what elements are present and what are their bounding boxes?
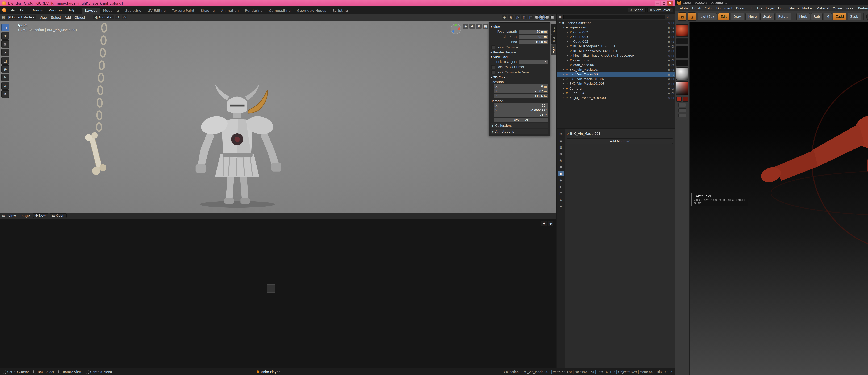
outliner-row[interactable]: ▸ ▽ BKC_Vin_Macie.01.002 ◉ ▢ — [557, 77, 675, 82]
outliner-row[interactable]: ▸ ▽ BKC_Vin_Macie.01.003 ◉ ▢ — [557, 82, 675, 86]
expand-caret-icon[interactable]: ▸ — [566, 54, 569, 57]
tool-button[interactable]: ✎ — [1, 73, 9, 81]
current-brush-thumbnail[interactable] — [676, 24, 688, 37]
property-value-field[interactable]: 50 mm — [519, 30, 548, 34]
menu-item[interactable]: Select — [49, 15, 63, 20]
workspace-tab[interactable]: Animation — [218, 8, 242, 14]
menu-item[interactable]: Add — [63, 15, 73, 20]
disable-render-icon[interactable]: ▢ — [672, 82, 674, 86]
hide-viewport-icon[interactable]: ◉ — [668, 82, 670, 86]
expand-caret-icon[interactable]: ▸ — [562, 96, 565, 99]
shelf-slider[interactable]: Z Intensity 25 — [866, 13, 868, 21]
toggle-button[interactable]: Zadd — [833, 13, 846, 21]
disable-render-icon[interactable]: ▢ — [672, 64, 674, 67]
lock-camera-checkbox[interactable] — [491, 70, 495, 74]
hide-viewport-icon[interactable]: ◉ — [668, 59, 670, 62]
disable-render-icon[interactable]: ▢ — [672, 92, 674, 95]
disable-render-icon[interactable]: ▢ — [672, 87, 674, 90]
property-value-field[interactable]: 1000 m — [519, 40, 548, 44]
scene-selector[interactable]: ◍ Scene — [627, 8, 646, 12]
add-modifier-button[interactable]: Add Modifier — [567, 138, 673, 144]
outliner-row[interactable]: ▸ ◉ Camera ◉ ▢ — [557, 86, 675, 91]
annotations-section-header[interactable]: ▸ Annotations — [491, 129, 548, 134]
toggle-button[interactable]: Mrgb — [797, 13, 810, 21]
outliner-row[interactable]: ▸ ▽ Cube.002 ◉ ▢ — [557, 30, 675, 35]
shelf-icon[interactable]: ◪ — [688, 12, 696, 21]
properties-tab-icon[interactable]: ◈ — [558, 197, 564, 203]
shelf-button[interactable]: Move — [745, 13, 759, 21]
nav-icon[interactable]: ▦ — [483, 24, 488, 29]
material-shading-icon[interactable] — [545, 15, 549, 20]
hide-viewport-icon[interactable]: ◉ — [668, 50, 670, 53]
menu-item[interactable]: Window — [46, 8, 65, 12]
hide-viewport-icon[interactable]: ◉ — [668, 87, 670, 90]
switch-color-button[interactable] — [678, 103, 686, 107]
toggle-button[interactable]: M — [824, 13, 832, 21]
viewport-canvas[interactable]: fps 24 (1/79) Collection | BKC_Vin_Macie… — [0, 21, 556, 213]
properties-tab-icon[interactable]: ✦ — [558, 204, 564, 209]
shelf-button[interactable]: Rotate — [775, 13, 791, 21]
menu-item[interactable]: Edit — [18, 8, 29, 12]
expand-caret-icon[interactable]: ▸ — [566, 59, 569, 62]
outliner-row[interactable]: ▸ ▽ Cube.005 ◉ ▢ — [557, 39, 675, 44]
menu-item[interactable]: Picker — [844, 6, 857, 10]
color-picker[interactable] — [676, 81, 688, 95]
menu-item[interactable]: File — [755, 6, 764, 10]
toggle-button[interactable]: Zsub — [848, 13, 861, 21]
local-camera-checkbox[interactable] — [491, 45, 495, 49]
corner-icon[interactable]: ✚ — [541, 221, 547, 226]
image-editor-canvas[interactable]: ✚⊕ — [0, 219, 556, 368]
menu-item[interactable]: Material — [815, 6, 831, 10]
outliner-row[interactable]: ▸ ▽ Mesh_Skull_base_chest_skull_base.geo… — [557, 53, 675, 58]
menu-item[interactable]: Color — [703, 6, 715, 10]
disable-render-icon[interactable]: ▢ — [672, 96, 674, 99]
workspace-tab[interactable]: Compositing — [266, 8, 294, 14]
properties-tab-icon[interactable]: □ — [558, 191, 564, 196]
expand-caret-icon[interactable]: ▾ — [562, 26, 565, 29]
menu-item[interactable]: View — [38, 15, 49, 20]
workspace-tab[interactable]: Sculpting — [122, 8, 145, 14]
shelf-button[interactable]: Draw — [731, 13, 744, 21]
expand-caret-icon[interactable]: ▸ — [566, 40, 569, 43]
expand-caret-icon[interactable]: ▸ — [566, 36, 569, 38]
expand-caret-icon[interactable]: ▾ — [558, 22, 561, 24]
workspace-tab[interactable]: Rendering — [242, 8, 266, 14]
menu-item[interactable]: Preferences — [856, 6, 868, 10]
hide-viewport-icon[interactable]: ◉ — [668, 45, 670, 48]
disable-render-icon[interactable]: ▢ — [672, 21, 674, 25]
workspace-tab[interactable]: Modeling — [100, 8, 122, 14]
mode-dropdown[interactable]: ▣ Object Mode ▾ — [6, 15, 37, 20]
clear-color-button[interactable] — [678, 114, 686, 117]
maximize-button[interactable]: ▢ — [661, 1, 666, 5]
menu-item[interactable]: Marker — [801, 6, 815, 10]
render-region-subheader[interactable]: ▸ Render Region — [491, 51, 548, 54]
expand-caret-icon[interactable]: ▸ — [562, 87, 565, 90]
hide-viewport-icon[interactable]: ◉ — [668, 54, 670, 57]
properties-tab-icon[interactable]: ◧ — [558, 184, 564, 190]
outliner-row[interactable]: ▸ ▽ KR_M_Bracers_9789.001 ◉ ▢ — [557, 95, 675, 100]
property-value-field[interactable]: 0.1 m — [519, 35, 548, 39]
editor-type-icon[interactable]: ▦ — [2, 15, 5, 19]
menu-item[interactable]: Draw — [734, 6, 746, 10]
orientation-dropdown[interactable]: ◍ Global ▾ — [93, 15, 114, 20]
menu-item[interactable]: File — [7, 8, 18, 12]
hide-viewport-icon[interactable]: ◉ — [668, 77, 670, 81]
tool-button[interactable]: ∡ — [1, 82, 9, 90]
shelf-icon[interactable]: ◩ — [678, 12, 686, 21]
corner-icon[interactable]: ⊕ — [548, 221, 553, 226]
properties-tab-icon[interactable]: ▣ — [558, 171, 564, 177]
outliner-row[interactable]: ▸ ▽ Cube.004 ◉ ▢ — [557, 91, 675, 95]
disable-render-icon[interactable]: ▢ — [672, 26, 674, 29]
disable-render-icon[interactable]: ▢ — [672, 40, 674, 43]
properties-tab-icon[interactable]: ▧ — [558, 131, 564, 137]
menu-item[interactable]: Movie — [831, 6, 843, 10]
lock-3d-cursor-checkbox[interactable] — [491, 65, 495, 69]
outliner-row[interactable]: ▸ ▽ cran_base.001 ◉ ▢ — [557, 63, 675, 67]
workspace-tab[interactable]: Shading — [197, 8, 218, 14]
expand-caret-icon[interactable]: ▸ — [562, 83, 565, 85]
expand-caret-icon[interactable]: ▸ — [566, 31, 569, 34]
current-stroke-thumbnail[interactable] — [676, 38, 688, 44]
outliner-row[interactable]: ▾ ▣ Scene Collection ◉ ▢ — [557, 21, 675, 25]
disable-render-icon[interactable]: ▢ — [672, 68, 674, 71]
nav-icon[interactable]: ⊕ — [463, 24, 468, 29]
